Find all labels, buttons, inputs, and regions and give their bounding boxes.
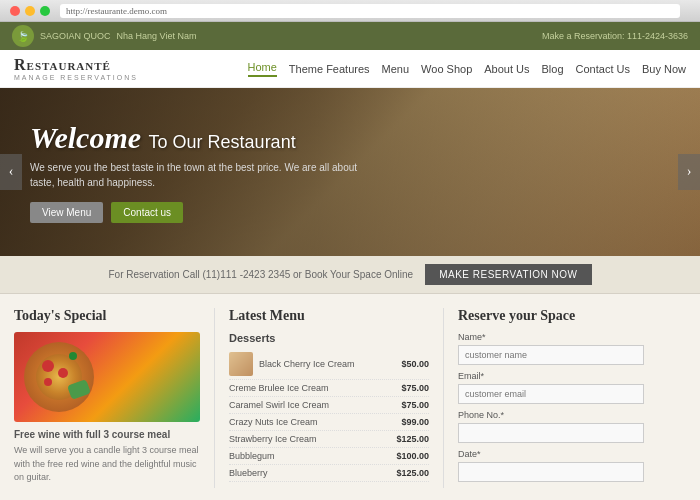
nav-buy-now[interactable]: Buy Now xyxy=(642,63,686,75)
nav-menu[interactable]: Menu xyxy=(382,63,410,75)
form-section: Reserve your Space Name*Email*Phone No.*… xyxy=(444,308,644,488)
menu-item-price: $75.00 xyxy=(401,400,429,410)
brand-sub: Manage Reservations xyxy=(14,74,138,81)
menu-item: Strawberry Ice Cream$125.00 xyxy=(229,431,429,448)
hero-subtitle: We serve you the best taste in the town … xyxy=(30,160,370,190)
minimize-dot[interactable] xyxy=(25,6,35,16)
menu-item-price: $99.00 xyxy=(401,417,429,427)
menu-item: Blueberry$125.00 xyxy=(229,465,429,482)
menu-item-name: Black Cherry Ice Cream xyxy=(259,359,401,369)
menu-item-price: $125.00 xyxy=(396,434,429,444)
form-fields: Name*Email*Phone No.*Date* xyxy=(458,332,644,488)
url-text: http://restaurante.demo.com xyxy=(66,6,167,16)
form-title: Reserve your Space xyxy=(458,308,644,324)
slider-next-arrow[interactable]: › xyxy=(678,154,700,190)
menu-item-price: $50.00 xyxy=(401,359,429,369)
menu-item-name: Strawberry Ice Cream xyxy=(229,434,396,444)
top-bar: 🍃 SAGOIAN QUOC Nha Hang Viet Nam Make a … xyxy=(0,22,700,50)
reservation-text: For Reservation Call (11)111 -2423 2345 … xyxy=(109,269,414,280)
form-label-phone-no.: Phone No.* xyxy=(458,410,644,420)
nav-blog[interactable]: Blog xyxy=(542,63,564,75)
menu-item-price: $125.00 xyxy=(396,468,429,478)
hero-buttons: View Menu Contact us xyxy=(30,202,370,223)
contact-us-button[interactable]: Contact us xyxy=(111,202,183,223)
menu-item: Crazy Nuts Ice Cream$99.00 xyxy=(229,414,429,431)
fullscreen-dot[interactable] xyxy=(40,6,50,16)
menu-items-list: Black Cherry Ice Cream$50.00Creme Brulee… xyxy=(229,349,429,482)
menu-item-price: $75.00 xyxy=(401,383,429,393)
form-input-0[interactable] xyxy=(458,345,644,365)
nav-woo-shop[interactable]: Woo Shop xyxy=(421,63,472,75)
special-caption: Free wine with full 3 course meal xyxy=(14,429,200,440)
site-tagline: Nha Hang Viet Nam xyxy=(117,31,197,41)
menu-title: Latest Menu xyxy=(229,308,429,324)
menu-item: Creme Brulee Ice Cream$75.00 xyxy=(229,380,429,397)
form-label-name: Name* xyxy=(458,332,644,342)
nav-theme-features[interactable]: Theme Features xyxy=(289,63,370,75)
close-dot[interactable] xyxy=(10,6,20,16)
pizza-topping-1 xyxy=(42,360,54,372)
form-label-date: Date* xyxy=(458,449,644,459)
menu-item-name: Crazy Nuts Ice Cream xyxy=(229,417,401,427)
nav-home[interactable]: Home xyxy=(248,61,277,77)
url-bar[interactable]: http://restaurante.demo.com xyxy=(60,4,680,18)
browser-chrome: http://restaurante.demo.com xyxy=(0,0,700,22)
menu-item-name: Caramel Swirl Ice Cream xyxy=(229,400,401,410)
menu-item: Black Cherry Ice Cream$50.00 xyxy=(229,349,429,380)
hero-welcome: Welcome xyxy=(30,121,141,154)
main-nav: Home Theme Features Menu Woo Shop About … xyxy=(248,61,686,77)
form-input-3[interactable] xyxy=(458,462,644,482)
form-label-email: Email* xyxy=(458,371,644,381)
form-input-2[interactable] xyxy=(458,423,644,443)
view-menu-button[interactable]: View Menu xyxy=(30,202,103,223)
pizza-olive xyxy=(69,352,77,360)
menu-item-icon xyxy=(229,352,253,376)
hero-title-suffix: To Our Restaurant xyxy=(149,132,296,152)
menu-item: Caramel Swirl Ice Cream$75.00 xyxy=(229,397,429,414)
form-input-1[interactable] xyxy=(458,384,644,404)
main-content: Today's Special Free wine with full 3 co… xyxy=(0,294,700,500)
menu-item-price: $100.00 xyxy=(396,451,429,461)
nav-contact-us[interactable]: Contact Us xyxy=(576,63,630,75)
nav-bar: Restauranté Manage Reservations Home The… xyxy=(0,50,700,88)
hero-title: Welcome To Our Restaurant xyxy=(30,121,370,154)
reservation-bar: For Reservation Call (11)111 -2423 2345 … xyxy=(0,256,700,294)
brand: Restauranté Manage Reservations xyxy=(14,56,138,81)
site-name: SAGOIAN QUOC xyxy=(40,31,111,41)
special-section: Today's Special Free wine with full 3 co… xyxy=(14,308,214,488)
brand-name: Restauranté xyxy=(14,56,138,74)
slider-prev-arrow[interactable]: ‹ xyxy=(0,154,22,190)
menu-item: Bubblegum$100.00 xyxy=(229,448,429,465)
site-logo-icon: 🍃 xyxy=(12,25,34,47)
special-title: Today's Special xyxy=(14,308,200,324)
pizza-topping-2 xyxy=(58,368,68,378)
menu-item-name: Creme Brulee Ice Cream xyxy=(229,383,401,393)
hero-content: Welcome To Our Restaurant We serve you t… xyxy=(0,101,400,243)
pizza-topping-3 xyxy=(44,378,52,386)
browser-dots xyxy=(10,6,50,16)
nav-about-us[interactable]: About Us xyxy=(484,63,529,75)
reservation-phone: Make a Reservation: 111-2424-3636 xyxy=(542,31,688,41)
hero-section: Welcome To Our Restaurant We serve you t… xyxy=(0,88,700,256)
top-bar-left: 🍃 SAGOIAN QUOC Nha Hang Viet Nam xyxy=(12,25,196,47)
menu-section: Latest Menu Desserts Black Cherry Ice Cr… xyxy=(214,308,444,488)
menu-category: Desserts xyxy=(229,332,429,344)
special-description: We will serve you a candle light 3 cours… xyxy=(14,444,200,485)
special-image xyxy=(14,332,200,422)
menu-item-name: Bubblegum xyxy=(229,451,396,461)
menu-item-name: Blueberry xyxy=(229,468,396,478)
make-reservation-button[interactable]: MAKE RESERVATION NOW xyxy=(425,264,591,285)
